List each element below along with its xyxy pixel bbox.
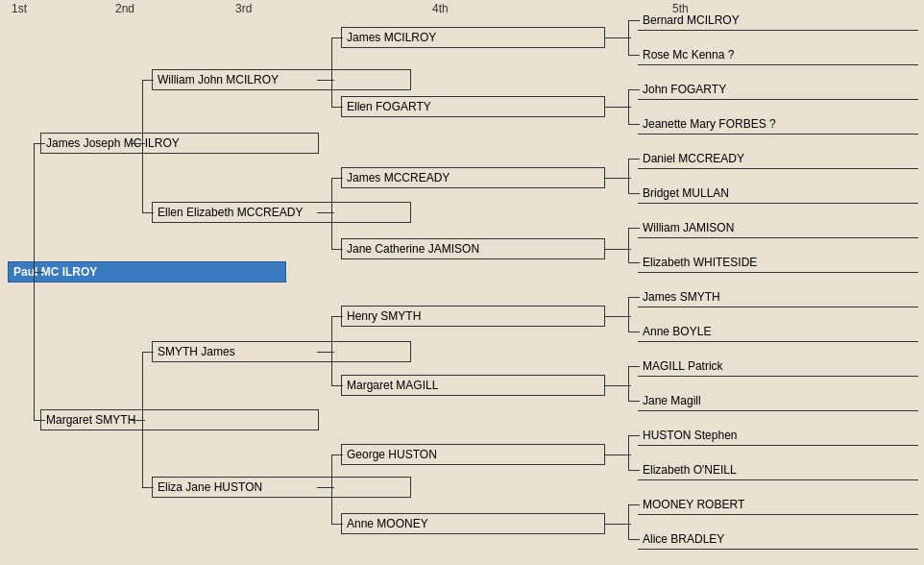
hline-ms-connect [131,420,145,421]
vline-jmcc-g5 [628,159,629,194]
hline-jmc-connect [605,37,631,38]
node-william-jamison: William JAMISON [638,217,918,238]
node-magill-patrick: MAGILL Patrick [638,356,918,377]
node-bernard: Bernard MCILROY [638,10,918,31]
hline-sj-connect [317,352,334,353]
node-daniel: Daniel MCCREADY [638,148,918,169]
hline-eliza-jane [142,487,154,488]
node-anne-boyle: Anne BOYLE [638,321,918,342]
node-elizabeth-whiteside: Elizabeth WHITESIDE [638,252,918,273]
node-jane-magill: Jane Magill [638,390,918,411]
hline-george-huston [331,454,343,455]
hline-ellen-fogarty [331,107,343,108]
node-eliza-jane[interactable]: Eliza Jane HUSTON [152,477,411,498]
vline-hs-g5 [628,297,629,332]
vline-ee-gen4 [331,178,332,250]
hline-ellen-elizabeth [142,212,154,213]
hline-mm-connect [605,385,631,386]
node-henry-smyth[interactable]: Henry SMYTH [341,306,605,327]
hline-anne-boyle [628,332,640,332]
hline-jane-magill [628,401,640,402]
hline-henry-smyth [331,316,343,317]
node-james-mccready[interactable]: James MCCREADY [341,167,605,188]
hline-magill-patrick [628,366,640,367]
hline-daniel [628,159,640,160]
hline-ee-connect [317,212,334,213]
node-mooney-robert: MOONEY ROBERT [638,494,918,515]
hline-ef-connect [605,107,631,108]
col-header-2: 2nd [115,2,134,15]
hline-alice-bradley [628,539,640,540]
col-header-1: 1st [12,2,27,15]
col-header-3: 3rd [235,2,252,15]
hline-james-smyth [628,297,640,298]
node-margaret-magill[interactable]: Margaret MAGILL [341,375,605,396]
col-header-4: 4th [432,2,449,15]
node-ellen-fogarty[interactable]: Ellen FOGARTY [341,96,605,117]
hline-james-joseph [34,143,45,144]
node-william-john[interactable]: William John MCILROY [152,69,411,90]
hline-jane-catherine [331,249,343,250]
node-ellen-elizabeth[interactable]: Ellen Elizabeth MCCREADY [152,202,411,223]
hline-william-john [142,80,154,81]
hline-hs-connect [605,316,631,317]
node-jeanette: Jeanette Mary FORBES ? [638,113,918,135]
node-alice-bradley: Alice BRADLEY [638,528,918,550]
vline-am-g5 [628,504,629,540]
hline-jcj-connect [605,249,631,250]
node-bridget: Bridget MULLAN [638,183,918,204]
node-jane-catherine[interactable]: Jane Catherine JAMISON [341,238,605,259]
hline-wj-connect [317,80,334,81]
hline-anne-mooney [331,524,343,525]
hline-jmcc-connect [605,178,631,179]
hline-rose [628,55,640,56]
vline-mm-g5 [628,366,629,402]
node-james-joseph[interactable]: James Joseph MC ILROY [40,133,319,154]
vline-ejh-gen4 [331,454,332,525]
vline-paul-gen2 [34,144,35,421]
hline-john-fogarty [628,89,640,90]
vline-jj-gen3 [142,80,143,213]
node-huston-stephen: HUSTON Stephen [638,425,918,446]
node-anne-mooney[interactable]: Anne MOONEY [341,513,605,534]
hline-bernard [628,20,640,21]
node-paul[interactable]: Paul MC ILROY [8,261,286,282]
hline-margaret-smyth [34,420,45,421]
hline-am-connect [605,524,631,525]
hline-huston-stephen [628,435,640,436]
node-smyth-james[interactable]: SMYTH James [152,341,411,362]
node-james-mcilroy[interactable]: James MCILROY [341,27,605,48]
node-margaret-smyth[interactable]: Margaret SMYTH [40,409,319,430]
hline-margaret-magill [331,385,343,386]
hline-elizabeth-whiteside [628,262,640,263]
hline-jj-connect [131,143,145,144]
hline-paul [34,272,43,273]
hline-ejh-connect [317,487,334,488]
node-rose: Rose Mc Kenna ? [638,44,918,65]
vline-jcj-g5 [628,228,629,263]
node-john-fogarty: John FOGARTY [638,79,918,100]
node-george-huston[interactable]: George HUSTON [341,444,605,465]
hline-elizabeth-oneill [628,470,640,471]
hline-bridget [628,193,640,194]
vline-wj-gen4 [331,37,332,108]
node-james-smyth: James SMYTH [638,286,918,307]
family-tree: 1st 2nd 3rd 4th 5th Paul MC ILROY James … [0,0,924,565]
hline-mooney-robert [628,504,640,505]
hline-gh-connect [605,454,631,455]
hline-james-mccready [331,178,343,179]
hline-james-mcilroy [331,37,343,38]
hline-smyth-james [142,352,154,353]
vline-gh-g5 [628,435,629,471]
hline-william-jamison [628,228,640,229]
node-elizabeth-oneill: Elizabeth O'NEILL [638,459,918,480]
hline-jeanette [628,124,640,125]
